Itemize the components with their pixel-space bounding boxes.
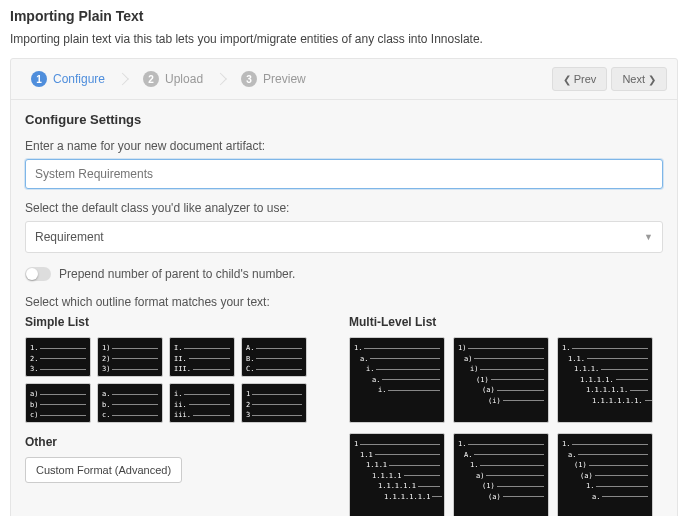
- tile-row: 1.: [354, 343, 440, 354]
- tile-row: 1.1: [354, 450, 440, 461]
- format-tile[interactable]: I.II.III.: [169, 337, 235, 377]
- other-heading: Other: [25, 435, 325, 449]
- format-tile[interactable]: a)b)c): [25, 383, 91, 423]
- step-num: 1: [31, 71, 47, 87]
- tile-row: a.: [102, 389, 158, 400]
- prev-button[interactable]: ❮ Prev: [552, 67, 608, 91]
- format-tile[interactable]: 123: [241, 383, 307, 423]
- multi-tile-grid-bottom: 11.11.1.11.1.1.11.1.1.1.11.1.1.1.1.11.A.…: [349, 433, 663, 516]
- tile-row: II.: [174, 354, 230, 365]
- tile-row: c): [30, 410, 86, 421]
- step-label: Preview: [263, 72, 306, 86]
- format-tile[interactable]: 1)2)3): [97, 337, 163, 377]
- name-label: Enter a name for your new document artif…: [25, 139, 663, 153]
- multi-tile-grid-top: 1.a.i.a.i.1)a)i)(1)(a)(i)1.1.1.1.1.1.1.1…: [349, 337, 663, 423]
- step-upload[interactable]: 2 Upload: [133, 67, 231, 91]
- tile-row: 3: [246, 410, 302, 421]
- tile-row: c.: [102, 410, 158, 421]
- tile-row: (1): [562, 460, 648, 471]
- tile-row: A.: [246, 343, 302, 354]
- next-button[interactable]: Next ❯: [611, 67, 667, 91]
- step-label: Configure: [53, 72, 105, 86]
- tile-row: 1.: [562, 481, 648, 492]
- tile-row: a.: [354, 375, 440, 386]
- tile-row: 1.1.: [562, 354, 648, 365]
- wizard-steps: 1 Configure 2 Upload 3 Preview: [21, 67, 334, 91]
- tile-row: 1.1.1.1.1: [354, 481, 440, 492]
- tile-row: 2.: [30, 354, 86, 365]
- tile-row: 1.: [562, 439, 648, 450]
- tile-row: i.: [354, 385, 440, 396]
- page-title: Importing Plain Text: [10, 8, 678, 24]
- tile-row: 1.: [562, 343, 648, 354]
- tile-row: 1: [354, 439, 440, 450]
- step-num: 2: [143, 71, 159, 87]
- format-tile[interactable]: 11.11.1.11.1.1.11.1.1.1.11.1.1.1.1.1: [349, 433, 445, 516]
- format-tile[interactable]: a.b.c.: [97, 383, 163, 423]
- tile-row: C.: [246, 364, 302, 375]
- toggle-knob: [26, 268, 38, 280]
- tile-row: (a): [458, 492, 544, 503]
- tile-row: 1.: [458, 460, 544, 471]
- format-tile[interactable]: 1)a)i)(1)(a)(i): [453, 337, 549, 423]
- step-label: Upload: [165, 72, 203, 86]
- tile-row: 1.1.1.1.1.1: [354, 492, 440, 503]
- tile-row: a.: [562, 492, 648, 503]
- tile-row: 1.1.1.1.1.1.: [562, 396, 648, 407]
- tile-row: (i): [458, 396, 544, 407]
- tile-row: 3.: [30, 364, 86, 375]
- outline-label: Select which outline format matches your…: [25, 295, 663, 309]
- tile-row: (1): [458, 375, 544, 386]
- prepend-toggle[interactable]: [25, 267, 51, 281]
- class-label: Select the default class you'd like anal…: [25, 201, 663, 215]
- step-num: 3: [241, 71, 257, 87]
- default-class-select[interactable]: Requirement: [25, 221, 663, 253]
- next-label: Next: [622, 73, 645, 85]
- stepper-row: 1 Configure 2 Upload 3 Preview ❮ Prev: [11, 59, 677, 100]
- tile-row: III.: [174, 364, 230, 375]
- step-preview[interactable]: 3 Preview: [231, 67, 334, 91]
- format-tile[interactable]: A.B.C.: [241, 337, 307, 377]
- tile-row: i.: [174, 389, 230, 400]
- tile-row: (a): [458, 385, 544, 396]
- import-panel: 1 Configure 2 Upload 3 Preview ❮ Prev: [10, 58, 678, 516]
- format-tile[interactable]: 1.2.3.: [25, 337, 91, 377]
- tile-row: B.: [246, 354, 302, 365]
- tile-row: 1.1.1: [354, 460, 440, 471]
- format-tile[interactable]: 1.A.1.a)(1)(a): [453, 433, 549, 516]
- format-tile[interactable]: 1.1.1.1.1.1.1.1.1.1.1.1.1.1.1.1.1.1.1.1.…: [557, 337, 653, 423]
- step-configure[interactable]: 1 Configure: [21, 67, 133, 91]
- format-tile[interactable]: i.ii.iii.: [169, 383, 235, 423]
- tile-row: A.: [458, 450, 544, 461]
- tile-row: a.: [354, 354, 440, 365]
- intro-text: Importing plain text via this tab lets y…: [10, 32, 678, 46]
- prepend-label: Prepend number of parent to child's numb…: [59, 267, 295, 281]
- tile-row: 2): [102, 354, 158, 365]
- custom-format-button[interactable]: Custom Format (Advanced): [25, 457, 182, 483]
- tile-row: 1.: [30, 343, 86, 354]
- tile-row: 1.: [458, 439, 544, 450]
- tile-row: (a): [562, 471, 648, 482]
- tile-row: a): [30, 389, 86, 400]
- format-tile[interactable]: 1.a.(1)(a)1.a.: [557, 433, 653, 516]
- tile-row: 1.1.1.1.: [562, 375, 648, 386]
- tile-row: ii.: [174, 400, 230, 411]
- tile-row: 1.1.1.1: [354, 471, 440, 482]
- chevron-right-icon: ❯: [648, 74, 656, 85]
- tile-row: a): [458, 471, 544, 482]
- simple-list-heading: Simple List: [25, 315, 325, 329]
- tile-row: 1): [458, 343, 544, 354]
- chevron-left-icon: ❮: [563, 74, 571, 85]
- tile-row: iii.: [174, 410, 230, 421]
- format-tile[interactable]: 1.a.i.a.i.: [349, 337, 445, 423]
- prev-label: Prev: [574, 73, 597, 85]
- tile-row: 1.1.1.1.1.: [562, 385, 648, 396]
- tile-row: i.: [354, 364, 440, 375]
- artifact-name-input[interactable]: [25, 159, 663, 189]
- tile-row: a): [458, 354, 544, 365]
- tile-row: b): [30, 400, 86, 411]
- tile-row: (1): [458, 481, 544, 492]
- multi-list-heading: Multi-Level List: [349, 315, 663, 329]
- tile-row: 2: [246, 400, 302, 411]
- tile-row: 1.1.1.: [562, 364, 648, 375]
